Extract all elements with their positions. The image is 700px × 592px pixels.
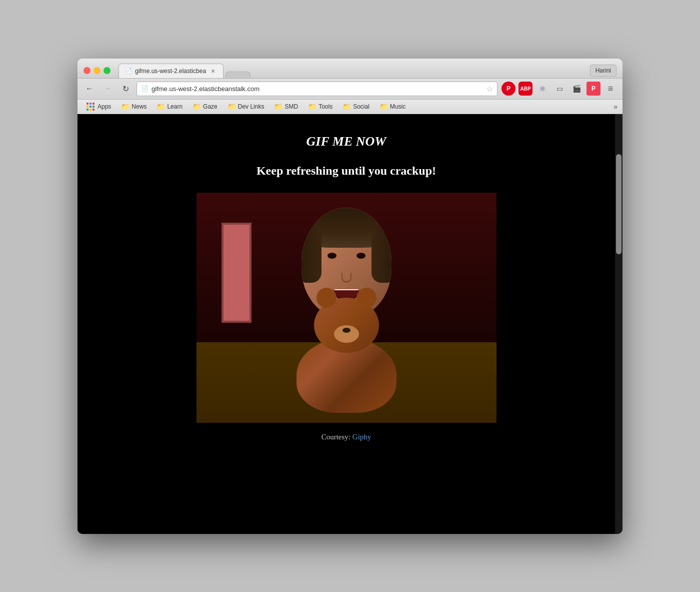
pocket-icon[interactable]: P [586, 82, 600, 96]
bookmark-gaze[interactable]: 📁 Gaze [188, 102, 222, 112]
person-nose [342, 273, 352, 283]
content-area: GIF ME NOW Keep refreshing until you cra… [78, 114, 622, 534]
refresh-button[interactable]: ↻ [118, 82, 132, 96]
bookmark-apps[interactable]: Apps [82, 102, 115, 112]
nav-bar: ← → ↻ 📄 ☆ P ABP ⚛ ▭ 🎬 P ≡ [78, 79, 622, 100]
folder-icon: 📁 [274, 103, 282, 111]
teddy-snout [334, 325, 359, 343]
bookmark-tools[interactable]: 📁 Tools [304, 102, 336, 112]
bookmark-gaze-label: Gaze [203, 103, 218, 110]
bookmarks-bar: Apps 📁 News 📁 Learn 📁 Gaze 📁 Dev Links 📁… [78, 100, 622, 114]
page-subtitle: Keep refreshing until you crackup! [256, 164, 436, 178]
bookmark-star-icon[interactable]: ☆ [486, 84, 493, 94]
courtesy-text: Courtesy: Giphy [322, 433, 372, 441]
title-bar: 📄 gifme.us-west-2.elasticbea × Harini [78, 59, 622, 79]
bookmark-smd-label: SMD [284, 103, 298, 110]
folder-icon: 📁 [121, 103, 130, 111]
teddy-body [296, 338, 396, 413]
browser-window: 📄 gifme.us-west-2.elasticbea × Harini ← … [78, 59, 622, 534]
teddy-ear-right [356, 288, 376, 308]
toolbar-icons: P ABP ⚛ ▭ 🎬 P ≡ [502, 82, 618, 96]
back-button[interactable]: ← [82, 82, 96, 96]
bookmarks-more-button[interactable]: » [614, 103, 618, 111]
scrollbar-thumb[interactable] [616, 154, 622, 254]
tab-favicon-icon: 📄 [125, 68, 132, 74]
folder-icon: 📁 [342, 103, 351, 111]
forward-button[interactable]: → [100, 82, 114, 96]
person-eye-right [356, 253, 366, 259]
address-input[interactable] [152, 85, 483, 93]
minimize-button[interactable] [94, 67, 100, 74]
bookmark-devlinks-label: Dev Links [238, 103, 264, 110]
tab-close-button[interactable]: × [209, 67, 217, 75]
folder-icon: 📁 [228, 103, 236, 111]
gif-image [196, 193, 496, 423]
film-icon[interactable]: 🎬 [570, 82, 584, 96]
window-controls [84, 67, 110, 74]
apps-grid-icon [86, 103, 94, 111]
folder-icon: 📁 [380, 103, 388, 111]
teddy-ear-left [316, 288, 336, 308]
cast-icon[interactable]: ▭ [552, 82, 566, 96]
bookmark-news-label: News [132, 103, 146, 110]
menu-icon[interactable]: ≡ [604, 82, 618, 96]
person-eye-left [328, 253, 336, 259]
address-bar[interactable]: 📄 ☆ [136, 82, 498, 96]
page-content: GIF ME NOW Keep refreshing until you cra… [78, 114, 615, 534]
bookmark-learn[interactable]: 📁 Learn [152, 102, 186, 112]
bookmark-music-label: Music [390, 103, 406, 110]
atom-icon[interactable]: ⚛ [536, 82, 550, 96]
folder-icon: 📁 [308, 103, 316, 111]
bookmark-tools-label: Tools [318, 103, 332, 110]
person-eyes [328, 253, 366, 259]
adblock-icon[interactable]: ABP [518, 82, 532, 96]
bookmark-devlinks[interactable]: 📁 Dev Links [224, 102, 268, 112]
folder-icon: 📁 [156, 103, 165, 111]
pinterest-icon[interactable]: P [502, 82, 516, 96]
bookmark-smd[interactable]: 📁 SMD [270, 102, 302, 112]
gif-scene [196, 193, 496, 423]
bookmark-news[interactable]: 📁 News [117, 102, 150, 112]
teddy-head [314, 298, 379, 353]
inactive-tab[interactable] [226, 72, 250, 78]
bookmark-music[interactable]: 📁 Music [376, 102, 410, 112]
close-button[interactable] [84, 67, 90, 74]
tabs-area: 📄 gifme.us-west-2.elasticbea × [118, 64, 586, 78]
bookmark-social-label: Social [353, 103, 370, 110]
page-title: GIF ME NOW [306, 134, 386, 149]
maximize-button[interactable] [104, 67, 110, 74]
person-hair-right [372, 223, 392, 283]
page-icon: 📄 [141, 85, 148, 92]
bookmark-social[interactable]: 📁 Social [338, 102, 374, 112]
folder-icon: 📁 [192, 103, 201, 111]
person-hair-left [302, 223, 322, 283]
tab-title: gifme.us-west-2.elasticbea [135, 68, 206, 75]
giphy-link[interactable]: Giphy [352, 433, 372, 441]
apps-label: Apps [98, 103, 111, 110]
active-tab[interactable]: 📄 gifme.us-west-2.elasticbea × [118, 64, 224, 78]
background-door [222, 223, 252, 323]
bookmark-learn-label: Learn [167, 103, 182, 110]
profile-button[interactable]: Harini [590, 65, 616, 77]
scrollbar[interactable] [615, 114, 622, 534]
teddy-bear [296, 338, 396, 413]
teddy-nose [342, 328, 350, 333]
